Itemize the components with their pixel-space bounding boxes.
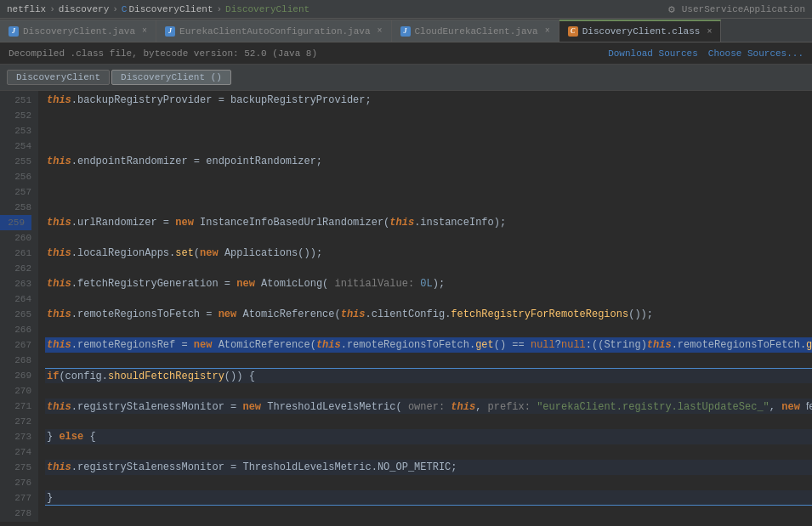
tab-close-4[interactable]: × — [707, 27, 712, 37]
code-line-258: this.remoteRegionsToFetch = new AtomicRe… — [45, 307, 812, 322]
btn-tab-constructor[interactable]: DiscoveryClient () — [111, 70, 231, 85]
code-area: 251 252 253 254 255 256 257 258 259 260 … — [0, 91, 812, 522]
tab-label-4: DiscoveryClient.class — [582, 26, 701, 37]
code-line-260: if(config.shouldFetchRegistry()) { — [45, 368, 812, 383]
choose-sources-link[interactable]: Choose Sources... — [708, 48, 803, 59]
tab-bar: J DiscoveryClient.java × J EurekaClientA… — [0, 19, 812, 42]
code-line-265 — [45, 521, 812, 522]
button-tabs: DiscoveryClient DiscoveryClient () — [0, 65, 812, 91]
tab-icon-class: C — [568, 26, 578, 37]
code-line-257: this.fetchRegistryGeneration = new Atomi… — [45, 276, 812, 291]
code-line-261: this.registryStalenessMonitor = new Thre… — [45, 399, 812, 414]
code-line-262: } else { — [45, 429, 812, 444]
code-line-255: this.urlRandomizer = new InstanceInfoBas… — [45, 215, 812, 230]
breadcrumb-discoveryclient1[interactable]: DiscoveryClient — [128, 4, 213, 14]
code-line-254 — [45, 184, 812, 200]
decompiled-info: Decompiled .class file, bytecode version… — [9, 48, 317, 59]
tab-close-3[interactable]: × — [545, 26, 550, 36]
code-line-256: this.localRegionApps.set(new Application… — [45, 246, 812, 261]
code-line-253: this.endpointRandomizer = endpointRandom… — [45, 154, 812, 169]
code-line-252 — [45, 123, 812, 139]
tab-icon-java3: J — [400, 26, 411, 37]
tab-discoveryclient-class[interactable]: C DiscoveryClient.class × — [559, 20, 722, 42]
breadcrumb-discovery[interactable]: discovery — [59, 4, 109, 14]
breadcrumb-netflix[interactable]: netflix — [7, 4, 46, 14]
tab-eurekaclient[interactable]: J EurekaClientAutoConfiguration.java × — [156, 20, 391, 42]
tab-close-2[interactable]: × — [377, 26, 382, 36]
tab-cloudeureka[interactable]: J CloudEurekaClient.java × — [392, 20, 559, 42]
code-content: this.backupRegistryProvider = backupRegi… — [38, 91, 812, 522]
download-sources-link[interactable]: Download Sources — [608, 48, 698, 59]
info-bar: Decompiled .class file, bytecode version… — [0, 42, 812, 65]
tab-discoveryclient-java[interactable]: J DiscoveryClient.java × — [0, 20, 156, 42]
tab-close-1[interactable]: × — [142, 26, 147, 36]
tab-label-2: EurekaClientAutoConfiguration.java — [179, 26, 370, 37]
code-line-264: } — [45, 490, 812, 506]
breadcrumb-icon: C — [122, 4, 128, 14]
code-line-251: this.backupRegistryProvider = backupRegi… — [45, 93, 812, 108]
btn-tab-discoveryclient[interactable]: DiscoveryClient — [7, 70, 110, 85]
tab-icon-java2: J — [165, 26, 175, 37]
tab-icon-java1: J — [9, 26, 19, 37]
code-line-263: this.registryStalenessMonitor = Threshol… — [45, 460, 812, 475]
breadcrumb-discoveryclient2[interactable]: DiscoveryClient — [225, 4, 309, 14]
code-line-259: this.remoteRegionsRef = new AtomicRefere… — [45, 337, 812, 353]
app-label: UserServiceApplication — [682, 4, 805, 14]
top-bar: netflix › discovery › C DiscoveryClient … — [0, 0, 812, 19]
tab-label-1: DiscoveryClient.java — [23, 26, 135, 37]
settings-icon[interactable]: ⚙ — [668, 3, 675, 16]
tab-label-3: CloudEurekaClient.java — [415, 26, 538, 37]
line-numbers: 251 252 253 254 255 256 257 258 259 260 … — [0, 91, 38, 522]
